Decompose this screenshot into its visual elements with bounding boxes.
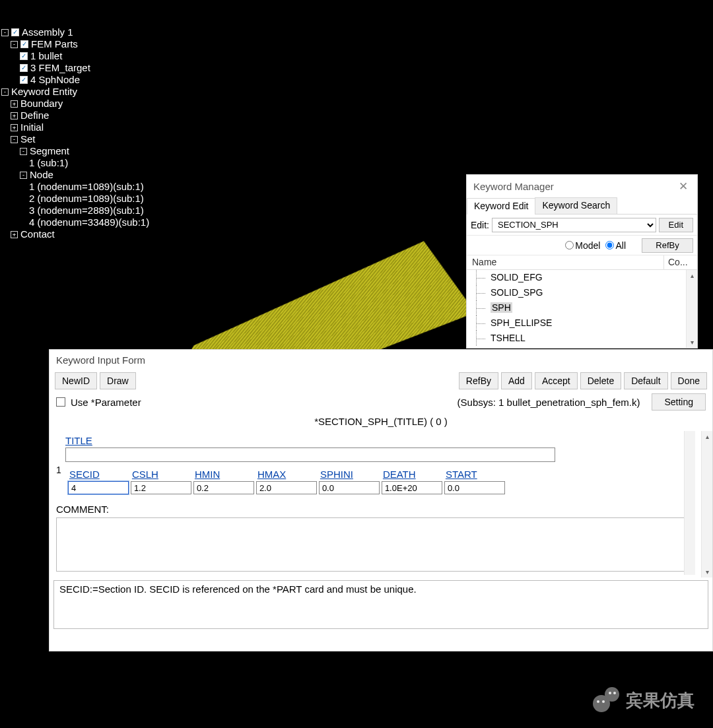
scroll-up-icon[interactable]: ▴ <box>702 431 713 442</box>
tree-checkbox[interactable]: ✓ <box>20 64 28 72</box>
scroll-down-icon[interactable]: ▾ <box>702 566 713 578</box>
radio-all[interactable]: All <box>605 240 626 251</box>
field-input-sphini[interactable] <box>319 481 380 494</box>
tab-keyword-search[interactable]: Keyword Search <box>535 197 617 214</box>
tree-checkbox[interactable]: ✓ <box>20 76 28 84</box>
newid-button[interactable]: NewID <box>55 372 97 389</box>
refby-button[interactable]: RefBy <box>459 372 498 389</box>
tree-item[interactable]: Define <box>20 110 49 121</box>
scrollbar[interactable] <box>684 431 695 575</box>
keyword-list-item[interactable]: SOLID_SPG <box>467 285 697 300</box>
tree-keywordentity[interactable]: Keyword Entity <box>11 86 77 98</box>
comment-label: COMMENT: <box>56 494 700 517</box>
title-input[interactable] <box>65 447 555 462</box>
delete-button[interactable]: Delete <box>580 372 621 389</box>
watermark-text: 宾果仿真 <box>626 689 695 712</box>
row-number: 1 <box>56 465 65 475</box>
collapse-icon[interactable]: - <box>11 136 18 143</box>
keyword-list-item[interactable]: SPH_ELLIPSE <box>467 315 697 331</box>
edit-select[interactable]: SECTION_SPH <box>492 218 656 232</box>
keyword-manager-window: Keyword Manager ✕ Keyword Edit Keyword S… <box>466 174 698 348</box>
field-header[interactable]: HMIN <box>193 467 256 481</box>
tree-femparts[interactable]: FEM Parts <box>31 38 78 50</box>
tree-checkbox[interactable]: ✓ <box>11 28 19 36</box>
collapse-icon[interactable]: - <box>20 148 27 155</box>
refby-button[interactable]: RefBy <box>642 238 693 253</box>
tree-item[interactable]: 1 bullet <box>30 50 62 62</box>
field-input-death[interactable] <box>382 481 442 494</box>
tree-item[interactable]: 4 SphNode <box>30 74 80 86</box>
use-parameter-checkbox[interactable] <box>56 397 65 407</box>
keyword-list-item[interactable]: TSHELL <box>467 331 697 346</box>
collapse-icon[interactable]: - <box>20 172 27 179</box>
field-header[interactable]: CSLH <box>131 467 193 481</box>
edit-label: Edit: <box>471 220 489 230</box>
tree-checkbox[interactable]: ✓ <box>20 40 28 48</box>
scroll-down-icon[interactable]: ▾ <box>687 337 697 348</box>
wechat-icon <box>593 687 619 713</box>
tree-node[interactable]: Node <box>30 169 53 181</box>
card-title: *SECTION_SPH_(TITLE) ( 0 ) <box>50 412 712 431</box>
collapse-icon[interactable]: - <box>1 88 9 96</box>
tree-item[interactable]: 2 (nodenum=1089)(sub:1) <box>29 193 144 205</box>
tree-item[interactable]: Initial <box>20 121 44 133</box>
tree-item[interactable]: Boundary <box>20 98 63 110</box>
keyword-list[interactable]: SOLID_EFGSOLID_SPGSPHSPH_ELLIPSETSHELL ▴… <box>467 270 697 348</box>
title-field-label[interactable]: TITLE <box>65 434 700 447</box>
field-header[interactable]: START <box>444 467 507 481</box>
field-input-start[interactable] <box>444 481 505 494</box>
edit-button[interactable]: Edit <box>659 218 693 232</box>
kif-title: Keyword Input Form <box>56 354 145 366</box>
watermark: 宾果仿真 <box>593 687 695 713</box>
field-input-cslh[interactable] <box>131 481 191 494</box>
col-count[interactable]: Co... <box>664 255 697 269</box>
default-button[interactable]: Default <box>624 372 667 389</box>
tree-segment-item[interactable]: 1 (sub:1) <box>29 157 68 169</box>
scrollbar[interactable]: ▴▾ <box>686 270 697 348</box>
tree-item[interactable]: 1 (nodenum=1089)(sub:1) <box>29 181 144 193</box>
tree-set[interactable]: Set <box>20 133 36 145</box>
tree-assembly[interactable]: Assembly 1 <box>22 26 73 38</box>
field-input-secid[interactable] <box>68 481 129 494</box>
accept-button[interactable]: Accept <box>535 372 578 389</box>
field-header[interactable]: DEATH <box>382 467 444 481</box>
collapse-icon[interactable]: - <box>11 41 18 48</box>
expand-icon[interactable]: + <box>11 231 18 238</box>
draw-button[interactable]: Draw <box>100 372 136 389</box>
keyword-list-item[interactable]: SOLID_EFG <box>467 270 697 285</box>
field-input-hmin[interactable] <box>193 481 254 494</box>
keyword-input-form-window: Keyword Input Form NewID Draw RefBy Add … <box>49 349 713 651</box>
field-header[interactable]: SPHINI <box>319 467 382 481</box>
tab-keyword-edit[interactable]: Keyword Edit <box>467 198 535 215</box>
expand-icon[interactable]: + <box>11 124 18 131</box>
comment-textarea[interactable] <box>56 517 685 572</box>
field-input-hmax[interactable] <box>256 481 317 494</box>
use-parameter-label: Use *Parameter <box>71 397 141 408</box>
expand-icon[interactable]: + <box>11 100 18 108</box>
collapse-icon[interactable]: - <box>1 29 9 36</box>
radio-model[interactable]: Model <box>565 240 600 251</box>
help-text: SECID:=Section ID. SECID is referenced o… <box>53 580 708 629</box>
scroll-up-icon[interactable]: ▴ <box>687 270 697 281</box>
tree-item[interactable]: 3 FEM_target <box>30 62 90 74</box>
field-header[interactable]: SECID <box>68 467 131 481</box>
keyword-list-item[interactable]: SPH <box>467 300 697 315</box>
add-button[interactable]: Add <box>501 372 532 389</box>
setting-button[interactable]: Setting <box>652 393 706 411</box>
expand-icon[interactable]: + <box>11 112 18 119</box>
model-tree[interactable]: -✓Assembly 1 -✓FEM Parts ✓1 bullet✓3 FEM… <box>1 26 149 240</box>
col-name[interactable]: Name <box>467 255 664 269</box>
tree-checkbox[interactable]: ✓ <box>20 52 28 60</box>
close-icon[interactable]: ✕ <box>676 180 691 193</box>
fields-area: TITLE 1 SECIDCSLHHMINHMAXSPHINIDEATHSTAR… <box>50 431 712 578</box>
tree-item[interactable]: 3 (nodenum=2889)(sub:1) <box>29 205 144 216</box>
tree-segment[interactable]: Segment <box>30 145 69 157</box>
kwmgr-title: Keyword Manager <box>473 181 554 192</box>
field-header[interactable]: HMAX <box>256 467 319 481</box>
subsys-label: (Subsys: 1 bullet_penetration_sph_fem.k) <box>458 397 640 408</box>
scrollbar-outer[interactable]: ▴ ▾ <box>701 431 712 578</box>
tree-item[interactable]: 4 (nodenum=33489)(sub:1) <box>29 216 149 228</box>
done-button[interactable]: Done <box>671 372 707 389</box>
tree-contact[interactable]: Contact <box>20 228 55 240</box>
